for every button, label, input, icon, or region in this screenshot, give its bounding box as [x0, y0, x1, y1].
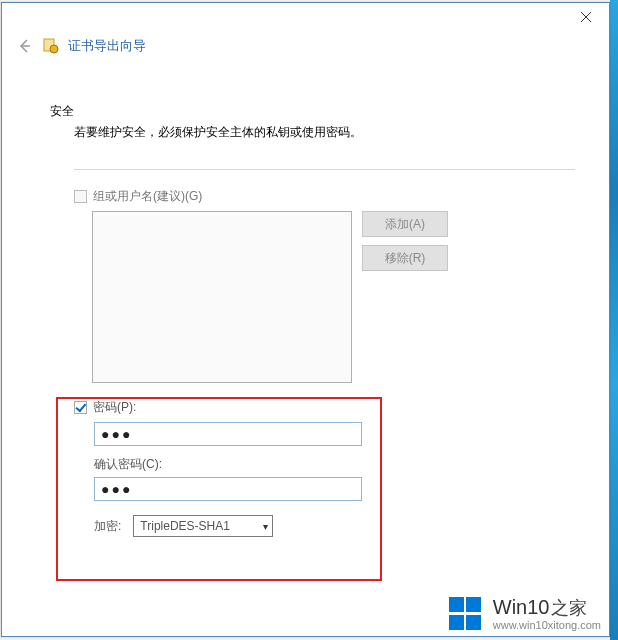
group-checkbox-row: 组或用户名(建议)(G)	[50, 188, 575, 205]
add-button[interactable]: 添加(A)	[362, 211, 448, 237]
arrow-left-icon	[17, 38, 33, 54]
encryption-selected: TripleDES-SHA1	[140, 519, 230, 533]
remove-button[interactable]: 移除(R)	[362, 245, 448, 271]
certificate-icon	[42, 37, 60, 55]
content-area: 安全 若要维护安全，必须保护安全主体的私钥或使用密码。 组或用户名(建议)(G)…	[2, 69, 609, 537]
group-checkbox[interactable]	[74, 190, 87, 203]
password-input[interactable]: ●●●	[94, 422, 362, 446]
desktop-background-strip	[610, 0, 618, 640]
password-value: ●●●	[101, 426, 132, 442]
encryption-select[interactable]: TripleDES-SHA1 ▾	[133, 515, 273, 537]
group-checkbox-label: 组或用户名(建议)(G)	[93, 188, 202, 205]
svg-point-4	[50, 45, 58, 53]
section-description: 若要维护安全，必须保护安全主体的私钥或使用密码。	[50, 124, 575, 141]
encryption-row: 加密: TripleDES-SHA1 ▾	[94, 515, 575, 537]
password-checkbox[interactable]	[74, 401, 87, 414]
watermark-text: Win10 之家 www.win10xitong.com	[493, 596, 601, 632]
watermark: Win10 之家 www.win10xitong.com	[449, 596, 601, 632]
password-checkbox-label: 密码(P):	[93, 399, 136, 416]
chevron-down-icon: ▾	[263, 521, 268, 532]
watermark-brand-main: Win10	[493, 596, 550, 619]
windows-logo-icon	[449, 597, 483, 631]
close-button[interactable]	[563, 3, 609, 31]
confirm-password-label: 确认密码(C):	[94, 456, 575, 473]
group-buttons: 添加(A) 移除(R)	[362, 211, 448, 383]
confirm-password-input[interactable]: ●●●	[94, 477, 362, 501]
close-icon	[581, 12, 591, 22]
group-listbox-row: 添加(A) 移除(R)	[50, 211, 575, 383]
group-users-listbox[interactable]	[92, 211, 352, 383]
encryption-label: 加密:	[94, 518, 121, 535]
password-checkbox-row: 密码(P):	[74, 399, 575, 416]
watermark-url: www.win10xitong.com	[493, 619, 601, 632]
divider	[74, 169, 575, 170]
wizard-title: 证书导出向导	[68, 37, 146, 55]
watermark-brand-suffix: 之家	[551, 598, 587, 619]
watermark-brand: Win10 之家	[493, 596, 601, 619]
titlebar	[2, 3, 609, 31]
nav-row: 证书导出向导	[2, 31, 609, 69]
confirm-password-value: ●●●	[101, 481, 132, 497]
back-button[interactable]	[16, 37, 34, 55]
password-area: 密码(P): ●●● 确认密码(C): ●●● 加密: TripleDES-SH…	[50, 399, 575, 537]
section-heading: 安全	[50, 103, 575, 120]
wizard-window: 证书导出向导 安全 若要维护安全，必须保护安全主体的私钥或使用密码。 组或用户名…	[1, 2, 610, 637]
